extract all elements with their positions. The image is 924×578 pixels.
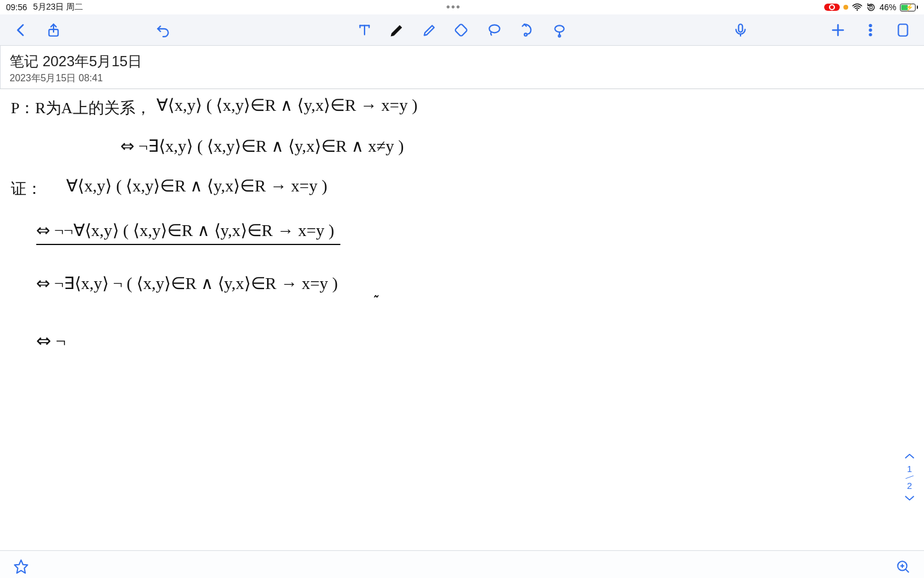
svg-point-10 [869,28,872,31]
share-button[interactable] [43,20,64,40]
text-tool[interactable] [354,20,375,40]
handwriting-line: 证： [11,178,42,199]
orientation-lock-icon [866,2,876,12]
svg-rect-3 [455,23,467,36]
page-total: 2 [907,481,912,490]
svg-marker-13 [14,560,28,573]
handwriting-line: ∀⟨x,y⟩ ( ⟨x,y⟩∈R ∧ ⟨y,x⟩∈R → x=y ) [156,95,417,115]
tool-palette [354,20,570,40]
eraser-tool[interactable] [452,20,472,40]
handwriting-line: ⇔ ¬∃⟨x,y⟩ ( ⟨x,y⟩∈R ∧ ⟨y,x⟩∈R ∧ x≠y ) [120,136,404,156]
document-title[interactable]: 笔记 2023年5月15日 [10,52,914,71]
toolbar [0,14,924,46]
page-indicator[interactable]: 1 2 [904,452,916,502]
document-header: 笔记 2023年5月15日 2023年5月15日 08:41 [0,46,924,89]
status-time: 09:56 [6,2,27,12]
more-menu-button[interactable] [860,20,881,40]
handwriting-line: ⇔ ¬ [36,330,66,351]
handwriting-line: ∀⟨x,y⟩ ( ⟨x,y⟩∈R ∧ ⟨y,x⟩∈R → x=y ) [66,176,327,196]
handwriting-line: ⇔ ¬∃⟨x,y⟩ ¬ ( ⟨x,y⟩∈R ∧ ⟨y,x⟩∈R → x=y ) [36,273,338,293]
svg-point-0 [857,9,858,10]
battery-percent: 46% [879,2,896,12]
page-view-button[interactable] [893,20,913,40]
screen-recording-indicator[interactable] [824,4,840,11]
undo-button[interactable] [153,20,173,40]
lasso-tool[interactable] [484,20,505,40]
zoom-in-button[interactable] [893,556,913,577]
handwriting-line: ⇔ ¬¬∀⟨x,y⟩ ( ⟨x,y⟩∈R ∧ ⟨y,x⟩∈R → x=y ) [36,220,334,240]
status-bar: 09:56 5月23日 周二 ••• 46% ⚡ [0,0,924,14]
svg-point-5 [525,33,527,36]
bottom-toolbar [0,550,924,578]
chevron-up-icon[interactable] [904,452,916,461]
add-button[interactable] [828,20,848,40]
battery-icon: ⚡ [900,4,918,11]
note-canvas[interactable]: P：R为A上的关系， ∀⟨x,y⟩ ( ⟨x,y⟩∈R ∧ ⟨y,x⟩∈R → … [0,89,924,550]
multitask-dots-icon[interactable]: ••• [83,1,824,14]
highlighter-tool[interactable] [419,20,440,40]
svg-rect-8 [739,24,743,32]
svg-point-4 [489,25,499,33]
svg-point-6 [555,25,564,32]
svg-point-7 [558,35,560,37]
microphone-button[interactable] [730,20,751,40]
handwriting-line: P：R为A上的关系， [11,98,151,119]
document-timestamp: 2023年5月15日 08:41 [10,72,914,85]
chevron-down-icon[interactable] [904,494,916,502]
svg-rect-12 [898,24,907,36]
pen-tool[interactable] [387,20,407,40]
page-current: 1 [907,464,912,473]
favorite-button[interactable] [11,556,31,577]
shape-tool[interactable] [517,20,537,40]
svg-point-11 [869,33,872,36]
status-date: 5月23日 周二 [33,2,83,13]
ruler-tool[interactable] [549,20,570,40]
svg-rect-1 [870,6,872,9]
svg-line-15 [905,569,908,572]
back-button[interactable] [11,20,31,40]
svg-point-9 [869,24,872,26]
page-separator-icon [905,476,913,479]
wifi-icon [852,3,863,11]
mic-in-use-dot-icon [843,5,848,10]
